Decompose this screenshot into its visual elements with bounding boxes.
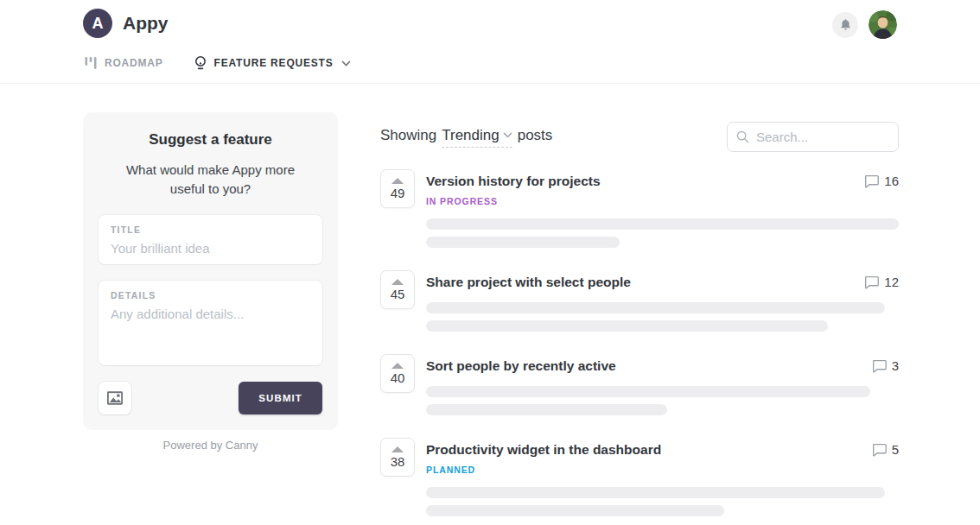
- post-status: IN PROGRESS: [426, 196, 899, 206]
- details-field-box: DETAILS: [99, 281, 322, 365]
- search-input[interactable]: [756, 130, 889, 144]
- showing-suffix: posts: [518, 127, 553, 144]
- post-item: 45 Share project with select people 12: [380, 270, 899, 332]
- title-field-label: TITLE: [111, 225, 310, 235]
- caret-up-icon: [391, 363, 404, 369]
- upvote-button[interactable]: 49: [380, 169, 415, 208]
- bell-icon: [839, 18, 852, 31]
- nav-feature-requests[interactable]: FEATURE REQUESTS: [194, 55, 351, 71]
- sort-dropdown[interactable]: Trending: [442, 127, 512, 148]
- placeholder-bar: [426, 302, 885, 313]
- comment-bubble-icon: [872, 359, 887, 373]
- vote-count: 49: [391, 187, 405, 199]
- upvote-button[interactable]: 38: [380, 438, 415, 477]
- header: A Appy: [0, 0, 980, 84]
- posts-panel: Showing Trending posts: [380, 122, 899, 525]
- comment-count-value: 12: [884, 275, 899, 289]
- caret-up-icon: [391, 446, 404, 452]
- vote-count: 38: [391, 455, 405, 468]
- post-body: Version history for projects 16 IN PROGR…: [426, 169, 899, 248]
- comment-count[interactable]: 12: [864, 275, 899, 289]
- showing-line: Showing Trending posts: [380, 127, 552, 148]
- placeholder-bar: [426, 320, 828, 332]
- post-title[interactable]: Version history for projects: [426, 174, 601, 189]
- post-top-row: Productivity widget in the dashboard 5: [426, 442, 899, 458]
- post-status: PLANNED: [426, 465, 899, 475]
- title-field-box: TITLE: [99, 215, 322, 264]
- comment-count[interactable]: 16: [864, 174, 899, 188]
- placeholder-bar: [426, 386, 870, 397]
- comment-bubble-icon: [872, 443, 887, 457]
- sort-selected-label: Trending: [442, 127, 499, 144]
- post-item: 49 Version history for projects 16 IN PR…: [380, 169, 899, 248]
- vote-count: 40: [391, 371, 405, 384]
- placeholder-bar: [426, 487, 885, 498]
- post-item: 38 Productivity widget in the dashboard …: [380, 438, 899, 516]
- placeholder-bar: [426, 505, 724, 516]
- upvote-button[interactable]: 40: [380, 354, 415, 393]
- board-nav: ROADMAP FEATURE REQUESTS: [85, 55, 351, 71]
- suggest-feature-title: Suggest a feature: [99, 131, 322, 149]
- caret-up-icon: [391, 178, 404, 184]
- form-actions: SUBMIT: [99, 382, 322, 414]
- post-body: Productivity widget in the dashboard 5 P…: [426, 438, 899, 516]
- suggest-feature-card: Suggest a feature What would make Appy m…: [83, 112, 338, 430]
- comment-bubble-icon: [864, 174, 879, 188]
- user-avatar[interactable]: [869, 10, 897, 39]
- details-textarea[interactable]: [111, 307, 310, 357]
- showing-prefix: Showing: [380, 127, 436, 144]
- header-actions: [832, 10, 897, 39]
- powered-by-canny[interactable]: Powered by Canny: [83, 439, 338, 452]
- post-title[interactable]: Productivity widget in the dashboard: [426, 442, 661, 458]
- comment-count-value: 16: [884, 174, 899, 188]
- chevron-down-icon: [341, 60, 351, 66]
- submit-button[interactable]: SUBMIT: [239, 382, 322, 414]
- search-box: [727, 122, 899, 152]
- comment-bubble-icon: [864, 275, 879, 289]
- post-top-row: Share project with select people 12: [426, 275, 899, 290]
- app-name: Appy: [123, 13, 169, 34]
- nav-roadmap-label: ROADMAP: [105, 57, 163, 69]
- lightbulb-icon: [194, 55, 207, 71]
- suggest-feature-subtitle: What would make Appy more useful to you?: [121, 161, 300, 199]
- vote-count: 45: [391, 288, 405, 300]
- comment-count[interactable]: 5: [872, 442, 899, 457]
- comment-count[interactable]: 3: [872, 358, 899, 373]
- post-title[interactable]: Sort people by recently active: [426, 358, 616, 374]
- post-body: Sort people by recently active 3: [426, 354, 899, 415]
- placeholder-bar: [426, 237, 620, 248]
- upvote-button[interactable]: 45: [380, 270, 415, 309]
- notifications-button[interactable]: [832, 12, 858, 38]
- post-top-row: Version history for projects 16: [426, 174, 899, 189]
- post-title[interactable]: Share project with select people: [426, 275, 631, 290]
- image-icon: [107, 391, 123, 405]
- post-body: Share project with select people 12: [426, 270, 899, 332]
- brand: A Appy: [83, 9, 169, 38]
- nav-roadmap[interactable]: ROADMAP: [85, 56, 163, 70]
- post-item: 40 Sort people by recently active 3: [380, 354, 899, 415]
- search-icon: [736, 130, 749, 143]
- posts-toolbar: Showing Trending posts: [380, 122, 899, 152]
- post-top-row: Sort people by recently active 3: [426, 358, 899, 374]
- placeholder-bar: [426, 218, 899, 230]
- details-field-label: DETAILS: [111, 290, 310, 300]
- nav-feature-requests-label: FEATURE REQUESTS: [214, 57, 334, 69]
- posts-list: 49 Version history for projects 16 IN PR…: [380, 169, 899, 516]
- caret-up-icon: [391, 279, 404, 285]
- chevron-down-icon: [503, 132, 512, 138]
- app-logo-letter: A: [92, 15, 104, 33]
- comment-count-value: 5: [892, 442, 899, 457]
- comment-count-value: 3: [892, 358, 899, 373]
- app-logo: A: [83, 9, 112, 38]
- title-input[interactable]: [111, 241, 310, 256]
- placeholder-bar: [426, 404, 667, 415]
- roadmap-icon: [85, 56, 97, 70]
- attach-image-button[interactable]: [99, 382, 131, 414]
